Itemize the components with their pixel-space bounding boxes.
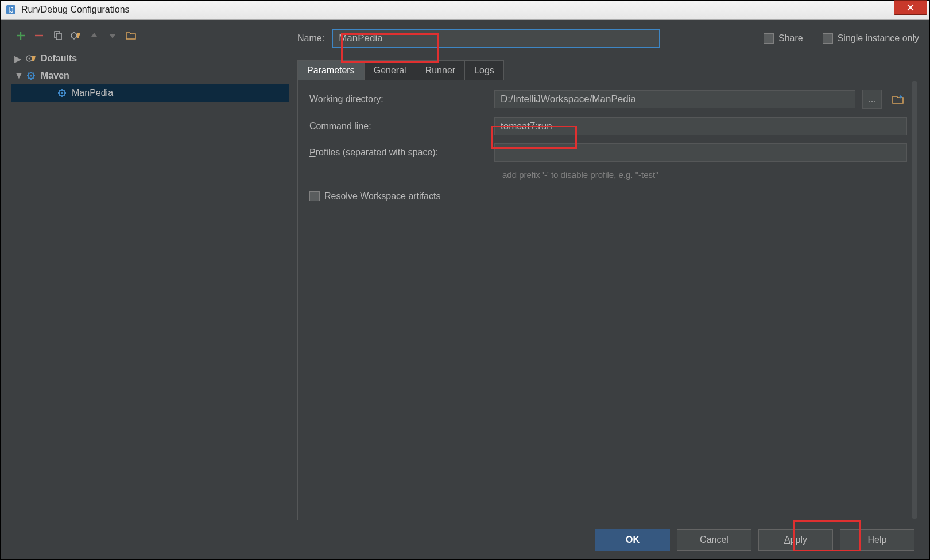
move-up-icon[interactable] [89,30,99,41]
expander-icon[interactable]: ▼ [14,71,21,81]
tab-runner[interactable]: Runner [416,61,465,80]
tree-defaults[interactable]: ▶ Defaults [11,50,289,67]
add-icon[interactable] [16,30,26,41]
expander-icon[interactable]: ▶ [14,53,21,64]
browse-icon[interactable]: … [862,90,882,109]
tree-maven[interactable]: ▼ Maven [11,67,289,84]
tree-label: Defaults [41,53,77,64]
checkbox-icon [309,191,320,201]
folder-icon[interactable] [126,30,136,41]
tree-manpedia[interactable]: ManPedia [11,84,289,102]
profiles-input[interactable] [494,143,907,162]
right-pane: Name: Share Single instance only Paramet… [289,27,919,520]
single-instance-label: Single instance only [838,33,919,44]
apply-button[interactable]: Apply [758,529,833,551]
svg-point-6 [29,58,30,60]
name-input[interactable] [332,29,660,48]
left-pane: ▶ Defaults ▼ Maven [11,27,289,520]
single-instance-checkbox[interactable]: Single instance only [823,33,919,44]
client-area: ▶ Defaults ▼ Maven [1,19,929,559]
cancel-button[interactable]: Cancel [677,529,751,551]
working-directory-label: Working directory: [309,94,487,104]
scrollbar[interactable] [912,81,917,519]
dialog-window: IJ Run/Debug Configurations [0,0,930,560]
tree-label: Maven [41,71,69,81]
share-checkbox[interactable]: Share [764,33,803,44]
checkbox-icon [764,33,774,44]
parameters-pane: Working directory: … Command line: Profi… [297,80,919,520]
tree-toolbar [11,27,289,50]
profiles-label: Profiles (separated with space): [309,147,487,158]
profiles-row: Profiles (separated with space): [309,143,907,162]
name-label: Name: [297,33,324,44]
button-bar: OK Cancel Apply Help [1,520,929,559]
app-icon: IJ [5,4,17,15]
working-directory-input[interactable] [494,90,855,108]
svg-point-10 [61,92,63,94]
checkbox-icon [823,33,833,44]
name-row: Name: Share Single instance only [297,27,919,50]
window-title: Run/Debug Configurations [21,5,130,15]
command-line-input[interactable] [494,117,907,135]
copy-icon[interactable] [52,30,63,41]
profiles-hint: add prefix '-' to disable profile, e.g. … [502,170,907,180]
content: ▶ Defaults ▼ Maven [1,19,929,520]
titlebar: IJ Run/Debug Configurations [1,1,929,20]
gear-icon [57,88,67,98]
gear-icon [26,71,36,81]
resolve-workspace-checkbox[interactable]: Resolve Workspace artifacts [309,191,907,201]
edit-defaults-icon[interactable] [71,30,81,41]
tab-logs[interactable]: Logs [465,61,503,80]
command-line-label: Command line: [309,121,487,131]
working-directory-row: Working directory: … [309,90,907,109]
close-button[interactable] [894,0,927,15]
tab-general[interactable]: General [365,61,416,80]
move-down-icon[interactable] [107,30,118,41]
wrench-icon [26,53,36,64]
tree-label: ManPedia [72,88,113,98]
help-button[interactable]: Help [840,529,914,551]
remove-icon[interactable] [34,30,44,41]
svg-text:IJ: IJ [8,6,13,14]
ok-button[interactable]: OK [595,529,670,551]
svg-point-8 [30,75,32,77]
svg-rect-3 [56,33,61,40]
directory-icon[interactable] [889,90,907,108]
tab-bar: Parameters General Runner Logs [297,60,504,80]
tab-parameters[interactable]: Parameters [298,61,365,80]
config-tree[interactable]: ▶ Defaults ▼ Maven [11,50,289,520]
command-line-row: Command line: [309,117,907,135]
